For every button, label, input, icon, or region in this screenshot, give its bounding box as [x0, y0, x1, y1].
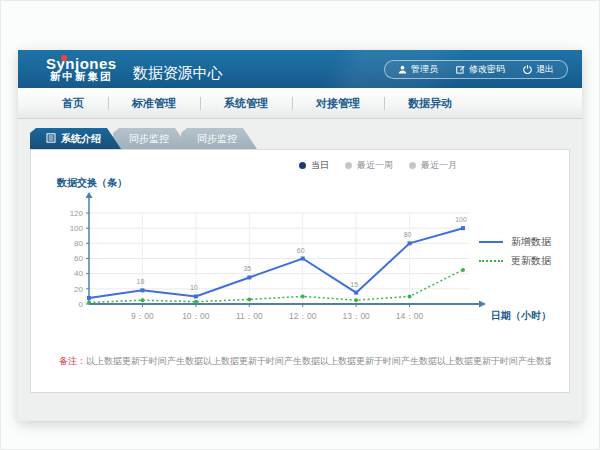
nav-item[interactable]: 首页	[38, 96, 108, 111]
svg-text:100: 100	[455, 216, 467, 223]
legend-item: 更新数据	[479, 251, 551, 270]
user-icon	[398, 65, 407, 74]
tab[interactable]: 同步监控	[181, 128, 257, 149]
filter-option[interactable]: 最近一周	[345, 159, 393, 172]
svg-text:60: 60	[297, 247, 305, 254]
app-window: Synjones 新中新集团 数据资源中心 管理员修改密码退出 首页标准管理系统…	[18, 50, 582, 421]
nav-item[interactable]: 数据异动	[384, 96, 476, 111]
svg-text:18: 18	[137, 278, 145, 285]
footnote-prefix: 备注：	[59, 356, 86, 366]
content-area: 系统介绍同步监控同步监控 当日最近一周最近一月 数据交换（条） 02040608…	[18, 119, 582, 421]
svg-text:10：00: 10：00	[182, 311, 210, 321]
tab[interactable]: 同步监控	[113, 128, 189, 149]
svg-text:100: 100	[70, 224, 84, 233]
edit-icon	[456, 65, 465, 74]
svg-text:15: 15	[350, 281, 358, 288]
svg-text:40: 40	[74, 269, 83, 278]
svg-text:20: 20	[74, 285, 83, 294]
legend-swatch-icon	[479, 260, 503, 262]
document-icon	[46, 133, 56, 145]
svg-text:10: 10	[190, 284, 198, 291]
footnote-text: 以上数据更新于时间产生数据以上数据更新于时间产生数据以上数据更新于时间产生数据以…	[86, 356, 551, 366]
svg-text:12：00: 12：00	[289, 311, 317, 321]
svg-text:80: 80	[404, 231, 412, 238]
filter-selected[interactable]: 当日	[299, 159, 329, 172]
radio-dot-icon	[409, 162, 416, 169]
user-menu-edit[interactable]: 修改密码	[447, 63, 514, 76]
svg-text:35: 35	[243, 265, 251, 272]
main-nav: 首页标准管理系统管理对接管理数据异动	[18, 88, 582, 119]
svg-text:120: 120	[70, 209, 84, 218]
tab-bar: 系统介绍同步监控同步监控	[30, 128, 582, 149]
logo-company: 新中新集团	[46, 71, 117, 82]
radio-dot-icon	[345, 162, 352, 169]
nav-item[interactable]: 标准管理	[108, 96, 200, 111]
svg-text:80: 80	[74, 239, 83, 248]
logo-brand: Synjones	[46, 56, 117, 72]
legend-item: 新增数据	[479, 232, 551, 251]
nav-item[interactable]: 对接管理	[292, 96, 384, 111]
svg-text:9：00: 9：00	[131, 311, 154, 321]
chart-legend: 新增数据更新数据	[479, 232, 551, 270]
svg-text:13：00: 13：00	[342, 311, 370, 321]
chart-panel: 当日最近一周最近一月 数据交换（条） 0204060801001209：0010…	[30, 149, 570, 393]
nav-item[interactable]: 系统管理	[200, 96, 292, 111]
app-header: Synjones 新中新集团 数据资源中心 管理员修改密码退出	[18, 50, 582, 88]
company-logo: Synjones 新中新集团	[46, 56, 117, 83]
time-filter-group: 当日最近一周最近一月	[299, 159, 457, 172]
footnote: 备注：以上数据更新于时间产生数据以上数据更新于时间产生数据以上数据更新于时间产生…	[59, 355, 551, 368]
svg-text:11：00: 11：00	[236, 311, 263, 321]
svg-text:日期（小时）: 日期（小时）	[491, 310, 551, 321]
logout-icon	[523, 65, 532, 74]
filter-option[interactable]: 最近一月	[409, 159, 457, 172]
svg-text:14：00: 14：00	[396, 311, 424, 321]
legend-swatch-icon	[479, 241, 503, 243]
radio-dot-icon	[299, 162, 306, 169]
svg-text:60: 60	[74, 254, 83, 263]
user-menu-logout[interactable]: 退出	[514, 63, 563, 76]
user-menu: 管理员修改密码退出	[384, 60, 568, 79]
user-menu-user[interactable]: 管理员	[389, 63, 447, 76]
svg-text:0: 0	[79, 300, 84, 309]
page-title: 数据资源中心	[133, 64, 223, 83]
tab[interactable]: 系统介绍	[30, 128, 121, 149]
